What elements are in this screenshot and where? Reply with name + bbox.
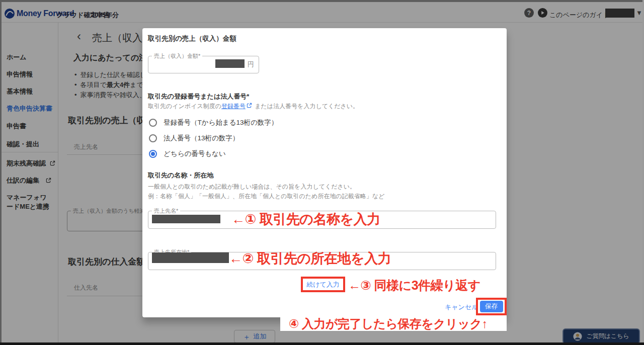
registration-number-help: 取引先のインボイス制度の登録番号 または法人番号を入力してください。 xyxy=(148,102,359,111)
sales-by-client-dialog: 取引先別の売上（収入）金額 売上（収入）金額* 円 取引先の登録番号または法人番… xyxy=(142,28,507,317)
sales-amount-value-redacted xyxy=(215,59,245,68)
cancel-button[interactable]: キャンセル xyxy=(445,303,478,312)
client-name-help-1: 一般個人との取引のため記載が難しい場合は、その旨を入力してください。 xyxy=(148,182,356,192)
client-name-value-redacted xyxy=(152,215,220,223)
annotation-step-3: ←③ 同様に3件繰り返す xyxy=(348,277,480,294)
annotation-step-1: ←① 取引先の名称を入力 xyxy=(231,210,380,228)
radio-label: 登録番号（Tから始まる13桁の数字） xyxy=(164,118,278,127)
continue-annotation-box: 続けて入力 xyxy=(301,277,345,292)
save-button[interactable]: 保存 xyxy=(480,301,503,312)
annotation-step-4-strip: ④ 入力が完了したら保存をクリック↑ xyxy=(280,316,507,331)
radio-checked-icon[interactable] xyxy=(149,150,157,158)
radio-label: 法人番号（13桁の数字） xyxy=(164,134,239,143)
dialog-title: 取引先別の売上（収入）金額 xyxy=(148,34,236,43)
save-annotation-box: 保存 xyxy=(476,298,507,315)
radio-option-registration-number[interactable]: 登録番号（Tから始まる13桁の数字） xyxy=(149,118,278,128)
radio-unchecked-icon[interactable] xyxy=(149,134,157,142)
registration-number-link[interactable]: 登録番号 xyxy=(221,103,246,110)
external-link-icon[interactable] xyxy=(247,103,252,110)
client-address-value-redacted xyxy=(152,252,229,263)
window-frame-left xyxy=(0,0,2,345)
radio-option-corporate-number[interactable]: 法人番号（13桁の数字） xyxy=(149,133,239,143)
radio-unchecked-icon[interactable] xyxy=(149,119,157,127)
continue-entry-button[interactable]: 続けて入力 xyxy=(303,280,343,290)
client-name-help-2: 例：名称「個人」「一般個人」、所在地「個人との取引のため所在地の記載省略」など xyxy=(148,192,384,201)
annotation-step-4: ④ 入力が完了したら保存をクリック↑ xyxy=(289,316,488,332)
registration-number-heading: 取引先の登録番号または法人番号* xyxy=(148,92,249,101)
annotation-step-2: ←② 取引先の所在地を入力 xyxy=(229,249,391,268)
window-frame-bottom xyxy=(0,342,644,345)
currency-unit-label: 円 xyxy=(248,60,254,69)
client-name-legend: 売上先名* xyxy=(152,207,180,215)
radio-label: どちらの番号もない xyxy=(164,149,226,158)
sales-amount-legend: 売上（収入）金額* xyxy=(152,52,202,60)
window-frame-top xyxy=(0,0,644,2)
radio-option-no-number[interactable]: どちらの番号もない xyxy=(149,149,226,159)
client-name-address-heading: 取引先の名称・所在地 xyxy=(148,171,213,180)
